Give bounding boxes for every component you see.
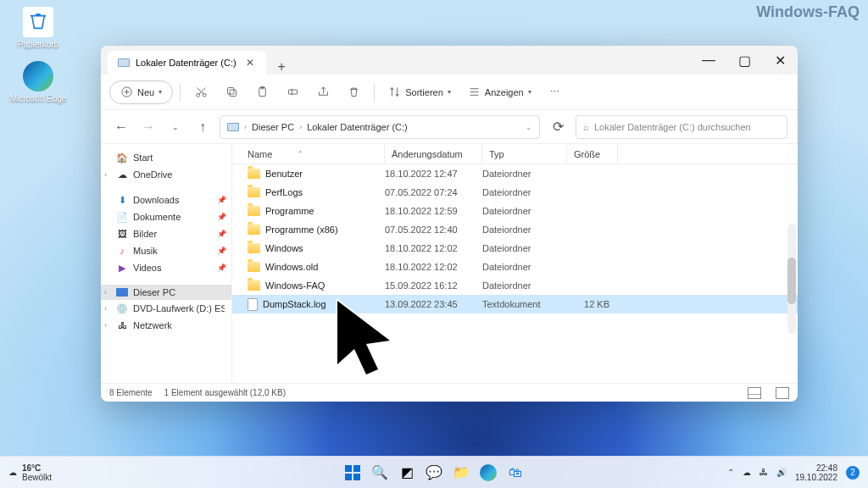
taskbar: ☁ 16°C Bewölkt 🔍 ◩ 💬 📁 🛍 ⌃ ☁ 🖧 🔊 22:48 1… (0, 456, 868, 488)
weather-widget[interactable]: ☁ 16°C Bewölkt (8, 463, 52, 482)
col-modified[interactable]: Änderungsdatum (385, 144, 482, 164)
weather-desc: Bewölkt (22, 473, 52, 482)
view-button[interactable]: Anzeigen ▾ (461, 80, 538, 104)
clock[interactable]: 22:48 19.10.2022 (795, 463, 837, 482)
search-input[interactable]: ⌕ Lokaler Datenträger (C:) durchsuchen (576, 115, 787, 139)
table-row[interactable]: Windows-FAQ15.09.2022 16:12Dateiordner (232, 276, 798, 295)
sidebar-item-thispc[interactable]: ›Dieser PC (101, 285, 231, 300)
delete-button[interactable] (340, 80, 367, 104)
home-icon: 🏠 (116, 152, 128, 164)
nav-up[interactable]: ↑ (192, 117, 213, 137)
folder-icon (248, 206, 260, 216)
col-type[interactable]: Typ (482, 144, 567, 164)
file-size: 12 KB (567, 299, 618, 309)
file-type: Textdokument (482, 299, 567, 309)
tray-chevron-icon[interactable]: ⌃ (727, 468, 734, 477)
view-icons-button[interactable] (776, 387, 789, 399)
sidebar-item-pictures[interactable]: 🖼Bilder📌 (101, 225, 231, 242)
sidebar-item-onedrive[interactable]: ›☁OneDrive (101, 166, 231, 183)
rename-button[interactable] (279, 80, 306, 104)
video-icon: ▶ (116, 262, 128, 274)
breadcrumb-node[interactable]: Lokaler Datenträger (C:) (307, 122, 408, 132)
sort-asc-icon: ⌃ (298, 150, 303, 158)
paste-button[interactable] (248, 80, 275, 104)
notification-badge[interactable]: 2 (846, 466, 860, 480)
drive-icon (227, 123, 239, 131)
sidebar-item-downloads[interactable]: ⬇Downloads📌 (101, 191, 231, 208)
sidebar-item-network[interactable]: ›🖧Netzwerk (101, 317, 231, 334)
close-button[interactable]: ✕ (762, 46, 798, 75)
folder-icon (248, 187, 260, 197)
file-name: Windows-FAQ (265, 280, 325, 291)
table-row[interactable]: Programme18.10.2022 12:59Dateiordner (232, 202, 798, 220)
tray-onedrive-icon[interactable]: ☁ (743, 468, 751, 477)
file-date: 18.10.2022 12:59 (385, 206, 482, 216)
sidebar-item-music[interactable]: ♪Musik📌 (101, 242, 231, 259)
tab-active[interactable]: Lokaler Datenträger (C:) ✕ (108, 51, 266, 75)
table-row[interactable]: Programme (x86)07.05.2022 12:40Dateiordn… (232, 220, 798, 239)
table-row[interactable]: Windows18.10.2022 12:02Dateiordner (232, 239, 798, 258)
nav-recent[interactable]: ⌄ (165, 117, 186, 137)
share-button[interactable] (309, 80, 337, 104)
table-row[interactable]: DumpStack.log13.09.2022 23:45Textdokumen… (232, 295, 798, 313)
cut-button[interactable] (187, 80, 214, 104)
more-button[interactable]: ⋯ (542, 80, 569, 104)
breadcrumb-node[interactable]: Dieser PC (252, 122, 294, 132)
scissors-icon (195, 86, 208, 98)
sidebar-item-start[interactable]: 🏠Start (101, 149, 231, 166)
table-row[interactable]: Windows.old18.10.2022 12:02Dateiordner (232, 258, 798, 276)
clock-time: 22:48 (795, 463, 837, 473)
minimize-button[interactable]: — (691, 46, 726, 75)
desktop-edge[interactable]: Microsoft Edge (8, 61, 68, 103)
copy-button[interactable] (218, 80, 245, 104)
start-button[interactable] (342, 462, 364, 484)
file-type: Dateiordner (482, 169, 567, 179)
folder-icon (248, 169, 260, 179)
nav-back[interactable]: ← (111, 117, 131, 137)
file-type: Dateiordner (482, 280, 567, 291)
view-details-button[interactable] (748, 387, 761, 399)
pin-icon: 📌 (217, 263, 226, 272)
edge-button[interactable] (477, 462, 499, 484)
tab-title: Lokaler Datenträger (C:) (136, 58, 236, 68)
refresh-button[interactable]: ⟳ (547, 116, 569, 138)
sidebar-item-documents[interactable]: 📄Dokumente📌 (101, 208, 231, 225)
chat-button[interactable]: 💬 (423, 462, 445, 484)
sidebar-item-videos[interactable]: ▶Videos📌 (101, 259, 231, 276)
breadcrumb[interactable]: › Dieser PC › Lokaler Datenträger (C:) ⌄ (220, 115, 540, 139)
file-name: Windows.old (265, 262, 318, 272)
col-size[interactable]: Größe (567, 144, 618, 164)
tab-close-icon[interactable]: ✕ (242, 57, 258, 69)
status-selection: 1 Element ausgewählt (12,0 KB) (164, 388, 286, 397)
sidebar-item-dvd[interactable]: ›💿DVD-Laufwerk (D:) ESD-I (101, 300, 231, 317)
disc-icon: 💿 (116, 302, 128, 314)
sort-button[interactable]: Sortieren ▾ (381, 80, 458, 104)
chevron-down-icon[interactable]: ⌄ (526, 123, 532, 131)
watermark: Windows-FAQ (756, 3, 860, 21)
new-button[interactable]: Neu ▾ (109, 80, 173, 104)
table-row[interactable]: PerfLogs07.05.2022 07:24Dateiordner (232, 183, 798, 202)
store-button[interactable]: 🛍 (504, 462, 526, 484)
pin-icon: 📌 (217, 230, 226, 238)
explorer-button[interactable]: 📁 (450, 462, 472, 484)
taskbar-center: 🔍 ◩ 💬 📁 🛍 (342, 462, 526, 484)
file-name: PerfLogs (265, 187, 303, 197)
table-row[interactable]: Benutzer18.10.2022 12:47Dateiordner (232, 164, 798, 183)
nav-row: ← → ⌄ ↑ › Dieser PC › Lokaler Datenträge… (101, 110, 798, 144)
maximize-button[interactable]: ▢ (726, 46, 762, 75)
status-bar: 8 Elemente 1 Element ausgewählt (12,0 KB… (101, 383, 798, 402)
tray-volume-icon[interactable]: 🔊 (776, 468, 787, 477)
taskview-button[interactable]: ◩ (396, 462, 418, 484)
file-date: 18.10.2022 12:47 (385, 169, 482, 179)
desktop-recycle-bin[interactable]: Papierkorb (8, 7, 68, 49)
pin-icon: 📌 (217, 247, 226, 255)
nav-forward[interactable]: → (138, 117, 159, 137)
col-name[interactable]: Name⌃ (232, 144, 385, 164)
view-label: Anzeigen (485, 87, 524, 97)
file-date: 18.10.2022 12:02 (385, 262, 482, 272)
file-date: 15.09.2022 16:12 (385, 280, 482, 291)
search-button[interactable]: 🔍 (369, 462, 391, 484)
new-tab-button[interactable]: + (266, 59, 298, 75)
svg-rect-11 (353, 474, 360, 480)
tray-network-icon[interactable]: 🖧 (760, 468, 768, 477)
